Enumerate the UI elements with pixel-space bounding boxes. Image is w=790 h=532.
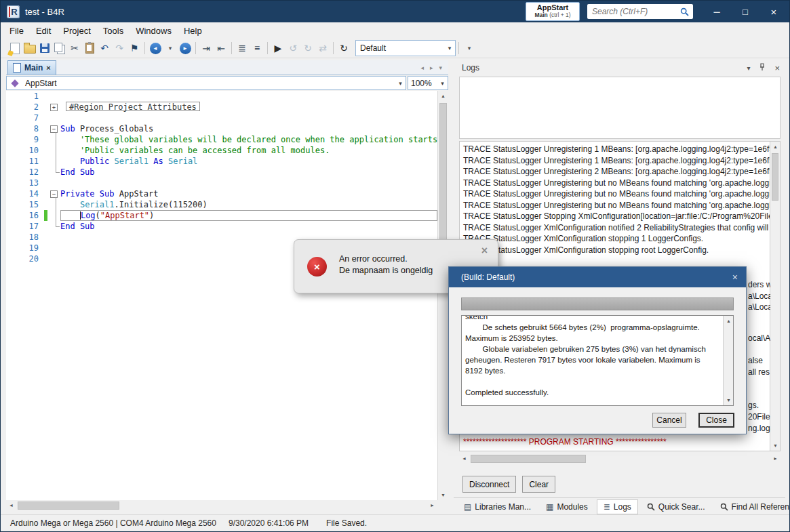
code-line[interactable]: 8−Sub Process_Globals <box>6 123 437 134</box>
run-icon[interactable]: ▶ <box>271 41 285 56</box>
compare-icon[interactable]: ⇄ <box>315 41 330 56</box>
code-line[interactable]: 12End Sub <box>6 167 437 178</box>
menu-project[interactable]: Project <box>57 24 96 38</box>
build-output-box[interactable]: sketch De schets gebruikt 5664 bytes (2%… <box>461 315 734 406</box>
bottom-tab-find-all-referenc[interactable]: Find All Referenc... <box>714 500 790 514</box>
module-selector-combo[interactable]: AppStart ▾ <box>6 76 406 90</box>
resume-icon[interactable]: ↺ <box>285 41 300 56</box>
menu-help[interactable]: Help <box>178 24 208 38</box>
code-line[interactable]: 7 <box>6 112 437 123</box>
fold-expand-icon[interactable]: + <box>50 104 58 111</box>
scroll-down-icon[interactable]: ▼ <box>770 441 781 451</box>
paste-icon[interactable] <box>82 41 97 56</box>
save-icon[interactable] <box>37 41 52 56</box>
chevron-down-icon[interactable]: ▾ <box>437 80 448 87</box>
code-segment <box>163 157 168 166</box>
toolbar-separator <box>333 42 334 54</box>
minimize-button[interactable]: ─ <box>703 1 731 22</box>
modules-icon: ▦ <box>546 502 553 512</box>
appstart-jump-button[interactable]: AppStart Main (ctrl + 1) <box>526 2 580 21</box>
code-segment: As <box>153 157 163 166</box>
code-line[interactable]: 11 Public Serial1 As Serial <box>6 156 437 167</box>
scrollbar-thumb[interactable] <box>772 153 778 201</box>
scroll-down-icon[interactable]: ▼ <box>438 490 448 500</box>
fold-collapse-icon[interactable]: − <box>50 125 58 133</box>
code-line[interactable]: 1 <box>6 91 437 102</box>
build-configuration-combo[interactable]: Default▾ <box>355 40 456 56</box>
code-line[interactable]: 17End Sub <box>6 221 437 232</box>
menu-windows[interactable]: Windows <box>130 24 178 38</box>
dialog-close-button[interactable]: Close <box>698 413 734 428</box>
bottom-tab-logs[interactable]: ≣Logs <box>597 499 638 514</box>
search-input[interactable] <box>587 6 680 17</box>
copy-icon[interactable] <box>52 41 67 56</box>
tab-scroll-right-icon[interactable]: ▸ <box>430 64 433 71</box>
zoom-combo[interactable]: 100% ▾ <box>408 76 448 90</box>
scroll-down-icon[interactable]: ▼ <box>724 395 734 405</box>
bottom-tab-modules[interactable]: ▦Modules <box>540 500 594 514</box>
scroll-up-icon[interactable]: ▲ <box>724 316 734 326</box>
scroll-right-icon[interactable]: ► <box>770 453 781 464</box>
uncomment-icon[interactable]: ≡ <box>250 41 264 56</box>
collapsed-region[interactable]: #Region Project Attributes <box>66 102 200 111</box>
popup-close-icon[interactable]: × <box>481 245 488 257</box>
step-icon[interactable]: ↻ <box>300 41 315 56</box>
tab-close-icon[interactable]: × <box>46 64 50 72</box>
tab-scroll-left-icon[interactable]: ◂ <box>420 64 424 71</box>
outdent-icon[interactable]: ⇤ <box>214 41 229 56</box>
code-line[interactable]: 2+#Region Project Attributes <box>6 102 437 112</box>
navigate-back-caret-icon[interactable]: ▾ <box>163 41 178 56</box>
titlebar-search[interactable] <box>587 4 693 19</box>
navigate-back-icon[interactable]: ◄ <box>148 41 163 56</box>
navigate-forward-icon[interactable]: ► <box>178 41 193 56</box>
code-line[interactable]: 10 'Public variables can be accessed fro… <box>6 145 437 156</box>
menu-file[interactable]: File <box>3 24 30 38</box>
cut-icon[interactable]: ✂ <box>67 41 82 56</box>
window-title: test - B4R <box>25 7 64 17</box>
cancel-button[interactable]: Cancel <box>652 413 686 428</box>
scroll-left-icon[interactable]: ◄ <box>459 453 469 464</box>
new-file-icon[interactable] <box>7 41 22 56</box>
dialog-close-icon[interactable]: × <box>732 272 738 283</box>
window-position-icon[interactable]: ▾ <box>747 64 750 72</box>
scroll-left-icon[interactable]: ◄ <box>6 500 16 510</box>
tab-list-icon[interactable]: ▾ <box>439 64 442 71</box>
comment-icon[interactable]: ≣ <box>235 41 250 56</box>
disconnect-button[interactable]: Disconnect <box>462 476 516 493</box>
tab-main[interactable]: Main × <box>7 60 56 75</box>
scroll-up-icon[interactable]: ▲ <box>438 91 448 101</box>
scroll-right-icon[interactable]: ► <box>427 500 437 510</box>
search-icon[interactable] <box>680 7 689 16</box>
menu-edit[interactable]: Edit <box>30 24 57 38</box>
pin-icon[interactable] <box>758 63 766 73</box>
chevron-down-icon[interactable]: ▾ <box>395 80 406 87</box>
menu-tools[interactable]: Tools <box>97 24 130 38</box>
code-line[interactable]: 9 'These global variables will be declar… <box>6 134 437 145</box>
appstart-jump-subtitle: Main (ctrl + 1) <box>526 12 579 18</box>
fold-collapse-icon[interactable]: − <box>50 190 58 198</box>
module-selector-value: AppStart <box>22 79 395 88</box>
indent-icon[interactable]: ⇥ <box>199 41 214 56</box>
code-line[interactable]: 13 <box>6 178 437 188</box>
maximize-button[interactable]: □ <box>731 1 759 22</box>
toolbar-options-icon[interactable]: ▾ <box>462 41 477 56</box>
close-button[interactable]: × <box>759 1 788 22</box>
clean-project-icon[interactable]: ↻ <box>336 41 351 56</box>
scroll-up-icon[interactable]: ▲ <box>770 142 781 152</box>
open-file-icon[interactable] <box>22 41 37 56</box>
code-line[interactable]: 15 Serial1.Initialize(115200) <box>6 199 437 210</box>
bookmark-icon[interactable]: ⚑ <box>127 41 142 56</box>
code-line[interactable]: 16 Log("AppStart") <box>6 210 437 221</box>
scrollbar-thumb[interactable] <box>439 103 447 245</box>
code-editor[interactable]: 12+#Region Project Attributes78−Sub Proc… <box>6 91 437 500</box>
bottom-tab-quick-sear[interactable]: Quick Sear... <box>641 500 711 514</box>
scrollbar-thumb[interactable] <box>18 502 119 510</box>
clear-button[interactable]: Clear <box>522 476 555 493</box>
code-segment: End Sub <box>60 167 95 177</box>
scrollbar-thumb[interactable] <box>471 455 586 463</box>
undo-icon[interactable]: ↶ <box>97 41 112 56</box>
code-line[interactable]: 14−Private Sub AppStart <box>6 188 437 199</box>
redo-icon[interactable]: ↷ <box>112 41 127 56</box>
bottom-tab-libraries-man[interactable]: ▤Libraries Man... <box>458 500 537 514</box>
close-panel-icon[interactable]: × <box>774 63 780 73</box>
